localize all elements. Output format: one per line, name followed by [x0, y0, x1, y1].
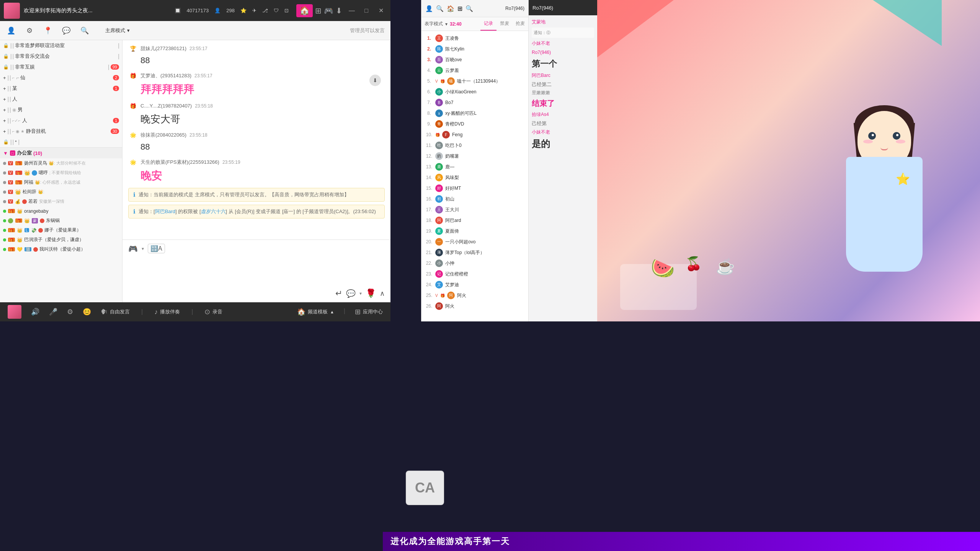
- rank-item[interactable]: 4. 云 云梦羞: [421, 65, 528, 76]
- tab-ban[interactable]: 禁麦: [497, 17, 513, 31]
- grid-nav-icon[interactable]: ⊞: [315, 6, 322, 15]
- sidebar-item-channel-9[interactable]: + | | ⌐ ◉ ★ 静音挂机 30: [0, 126, 122, 137]
- rank-item[interactable]: 23. 记 记住橙橙橙: [421, 269, 528, 279]
- sidebar-item-channel-2[interactable]: 🔒 | | 非常音乐交流会 |: [0, 51, 122, 62]
- emoji-dropdown[interactable]: ▾: [359, 291, 362, 296]
- rank-item[interactable]: 26. 阿 阿火: [421, 301, 528, 311]
- user-item[interactable]: V 🎁 阿福 👑: 心怀感恩，永远忠诚: [0, 178, 122, 187]
- rank-item[interactable]: 22. 小 小抻: [421, 258, 528, 269]
- maximize-button[interactable]: □: [361, 5, 372, 16]
- shield-icon[interactable]: 🛡: [274, 8, 279, 13]
- home-nav-icon[interactable]: 🏠: [296, 4, 313, 17]
- rank-item[interactable]: 12. 奶 奶嘴薯: [421, 151, 528, 161]
- music-player[interactable]: ♪ 播放伴奏: [154, 308, 180, 316]
- chat-input[interactable]: [128, 256, 385, 287]
- user-avatar-small: [8, 305, 21, 319]
- chat-icon[interactable]: 💬: [61, 25, 72, 36]
- user-item[interactable]: 🎁 👑 巴润浪子（爱徒夕贝，谦虚）: [0, 235, 122, 245]
- sidebar-item-channel-10[interactable]: 🔒 | | * |: [0, 137, 122, 147]
- search-icon[interactable]: 🔍: [79, 25, 90, 36]
- user-item[interactable]: V 👑 松间辞 👑:: [0, 187, 122, 197]
- rank-item[interactable]: 13. 鹿 鹿—: [421, 161, 528, 172]
- channel-template[interactable]: 🏠 频道模板 ▲: [297, 308, 334, 316]
- translate-button[interactable]: 🔡A: [148, 244, 165, 253]
- user-item[interactable]: V 🎁 扬州百灵鸟 👑: 大部分时候不在: [0, 158, 122, 168]
- rank-item[interactable]: 17. 王 王大川: [421, 204, 528, 215]
- emoji-button[interactable]: 💬: [346, 289, 356, 298]
- close-button[interactable]: ✕: [375, 5, 387, 16]
- user-item[interactable]: 🎁 👑 L 💸 娜子（爱徒果果）: [0, 225, 122, 235]
- rank-item[interactable]: 9. 青 青橙DVD: [421, 119, 528, 129]
- sidebar-item-channel-1[interactable]: 🔒 | | 非常造梦师联谊活动室 |: [0, 40, 122, 51]
- rank-item[interactable]: 18. 阿 阿巴ard: [421, 215, 528, 226]
- rank-item[interactable]: 20. 一 一只小阿超ovo: [421, 236, 528, 247]
- panel-dropdown[interactable]: ▾: [445, 21, 448, 27]
- user-badge: V: [8, 171, 13, 175]
- game-nav-icon[interactable]: 🎮: [324, 6, 333, 15]
- sidebar-item-channel-8[interactable]: + | | ⌐✓⌐ 人 1: [0, 115, 122, 126]
- record-button[interactable]: ⊙ 录音: [204, 308, 222, 316]
- apps-label: 应用中心: [363, 308, 383, 315]
- sidebar-item-channel-5[interactable]: + | | 某 1: [0, 83, 122, 94]
- user-note: ; 不要帮我给钱给: [49, 170, 81, 176]
- tab-grab[interactable]: 抢麦: [512, 17, 528, 31]
- chat-messages[interactable]: ⬇ 🏆 甜妹儿(2772380121) 23:55:17 88: [122, 40, 390, 240]
- gift-button[interactable]: 🌹: [366, 289, 376, 298]
- minimize-button[interactable]: —: [346, 5, 358, 16]
- rank-item[interactable]: 19. 夏 夏面倚: [421, 226, 528, 236]
- user-item[interactable]: V 🎁 👑 嗯哼 ; 不要帮我给钱给: [0, 168, 122, 178]
- channel-count: 1: [113, 86, 119, 91]
- screen-icon[interactable]: ⊡: [284, 8, 289, 13]
- emoji-status[interactable]: 😊: [83, 308, 91, 316]
- user-item[interactable]: 🎁 👑 orangebaby: [0, 206, 122, 216]
- panel-header-user: Ro7(946): [532, 5, 553, 11]
- rank-item[interactable]: 11. 吃 吃巴卜0: [421, 140, 528, 151]
- notice-link-2[interactable]: 虚岁六十六: [201, 209, 226, 214]
- user-item[interactable]: 🟢 🎁 👑 蒙 东锅锅: [0, 216, 122, 225]
- rank-item[interactable]: 25. V 🎁 阿 阿火: [421, 290, 528, 301]
- template-dropdown[interactable]: ▲: [330, 310, 334, 314]
- user-item[interactable]: 🎁 💛 🔢 我叫沃特（爱徒小超）: [0, 245, 122, 254]
- sidebar-item-channel-7[interactable]: + | | ◉ 男: [0, 104, 122, 115]
- free-speech-mode[interactable]: 🗣 自由发言: [101, 308, 130, 316]
- share-icon[interactable]: ⎇: [262, 8, 268, 13]
- scroll-to-bottom-button[interactable]: ⬇: [369, 75, 381, 86]
- download-nav-icon[interactable]: ⬇: [336, 6, 342, 15]
- rank-item[interactable]: 3. 百 百晓ove: [421, 54, 528, 65]
- send-button[interactable]: ↵: [335, 289, 342, 298]
- rank-item[interactable]: 14. 风 风味梨: [421, 172, 528, 183]
- profile-icon[interactable]: 👤: [6, 25, 16, 36]
- rank-item[interactable]: 6. 小 小绿XiaoGreen: [421, 86, 528, 97]
- rank-item[interactable]: 2. 陈 陈七Kylin: [421, 44, 528, 54]
- sidebar-item-channel-4[interactable]: + | | ⌐ ⌐ 仙 2: [0, 72, 122, 83]
- mic-control[interactable]: 🎤: [49, 308, 57, 316]
- rank-item[interactable]: 24. 艾 艾梦迪: [421, 279, 528, 290]
- app-center[interactable]: ⊞ 应用中心: [355, 308, 383, 316]
- sidebar-item-channel-3[interactable]: 🔒 | | 非常互娱 | 99: [0, 62, 122, 72]
- notice-link-1[interactable]: 阿巴Bard: [155, 209, 175, 214]
- status-avatar[interactable]: [8, 305, 21, 319]
- record-label: 录音: [212, 308, 222, 315]
- user-item[interactable]: V 💰 若若 安徽第一深情: [0, 197, 122, 206]
- mode-selector[interactable]: 主席模式 ▾: [105, 27, 130, 34]
- office-group-header[interactable]: ▼ □ 办公室 (10): [0, 147, 122, 158]
- rank-item[interactable]: 21. 薄 薄罗Top（lol高手）: [421, 247, 528, 258]
- rank-item[interactable]: 1. 王 王凌鲁: [421, 33, 528, 44]
- gamepad-dropdown[interactable]: ▾: [142, 246, 144, 251]
- sidebar-item-channel-6[interactable]: + | | 人: [0, 94, 122, 104]
- gamepad-button[interactable]: 🎮: [128, 244, 138, 253]
- rank-item[interactable]: 7. B Bo7: [421, 97, 528, 108]
- star-icon[interactable]: ⭐: [240, 8, 247, 13]
- tab-record[interactable]: 记录: [480, 17, 497, 31]
- location-icon[interactable]: 📍: [42, 25, 53, 36]
- more-button[interactable]: ∧: [380, 289, 385, 298]
- rank-item[interactable]: 15. 好 好好MT: [421, 183, 528, 194]
- rank-item[interactable]: 8. x xy·酱醋的可匹L: [421, 108, 528, 119]
- settings-icon[interactable]: ⚙: [24, 25, 35, 36]
- volume-control[interactable]: 🔊: [31, 308, 39, 316]
- rank-item[interactable]: 10. 🎁 F Feng: [421, 129, 528, 140]
- voice-settings[interactable]: ⚙: [67, 308, 73, 316]
- plane-icon[interactable]: ✈: [252, 8, 256, 13]
- rank-item[interactable]: 16. 初 初山: [421, 194, 528, 204]
- rank-item[interactable]: 5. V 🎁 嗑 嗑十一（12130944）: [421, 76, 528, 86]
